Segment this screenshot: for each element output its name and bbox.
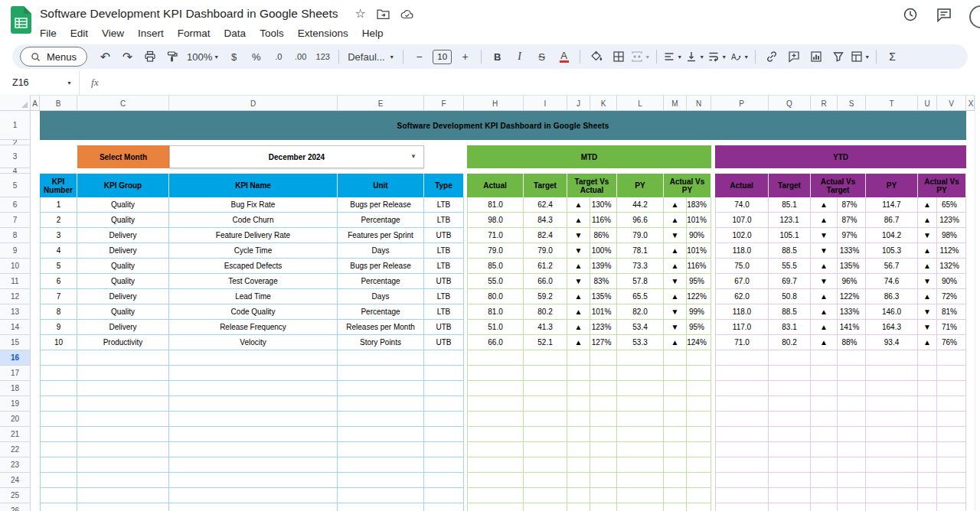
cell-C26[interactable]: [77, 503, 169, 511]
cell-R11[interactable]: ▼: [811, 274, 838, 289]
cell-T20[interactable]: [866, 412, 918, 427]
mtd-header-3[interactable]: PY: [617, 174, 664, 197]
cell-D10[interactable]: Escaped Defects: [169, 259, 338, 274]
cell-V14[interactable]: 71%: [937, 320, 966, 335]
cell-R12[interactable]: ▲: [811, 289, 838, 304]
menu-format[interactable]: Format: [171, 27, 217, 40]
cell-V12[interactable]: 72%: [937, 289, 966, 304]
cell-J23[interactable]: [567, 457, 590, 473]
cell-H15[interactable]: 66.0: [467, 335, 524, 350]
column-header-K[interactable]: K: [590, 96, 617, 111]
menu-help[interactable]: Help: [355, 27, 390, 40]
cell-S16[interactable]: [838, 350, 866, 366]
cell-U20[interactable]: [918, 412, 937, 427]
cell-K7[interactable]: 116%: [590, 213, 617, 228]
cell-D21[interactable]: [169, 427, 338, 442]
cell-Q6[interactable]: 85.1: [769, 197, 811, 213]
cell-P25[interactable]: [715, 488, 769, 503]
cell-C13[interactable]: Quality: [77, 304, 169, 320]
cell-V26[interactable]: [937, 503, 966, 511]
version-history-icon[interactable]: [902, 6, 919, 23]
cell-B18[interactable]: [40, 381, 77, 396]
cell-M25[interactable]: [664, 488, 687, 503]
cell-E18[interactable]: [338, 381, 424, 396]
cell-D25[interactable]: [169, 488, 338, 503]
cell-H26[interactable]: [467, 503, 524, 511]
cell-L18[interactable]: [617, 381, 664, 396]
cell-B24[interactable]: [40, 473, 77, 488]
cell-K12[interactable]: 135%: [590, 289, 617, 304]
cell-K19[interactable]: [590, 396, 617, 412]
cell-K17[interactable]: [590, 366, 617, 381]
cell-E11[interactable]: Percentage: [338, 274, 424, 289]
cell-T24[interactable]: [866, 473, 918, 488]
cell-F6[interactable]: LTB: [424, 197, 464, 213]
cell-Q23[interactable]: [769, 457, 811, 473]
cell-J9[interactable]: ▼: [567, 243, 590, 259]
cell-B7[interactable]: 2: [40, 213, 77, 228]
cell-F8[interactable]: UTB: [424, 228, 464, 243]
cell-F14[interactable]: UTB: [424, 320, 464, 335]
cell-H19[interactable]: [467, 396, 524, 412]
menu-tools[interactable]: Tools: [253, 27, 291, 40]
cell-N11[interactable]: 95%: [687, 274, 711, 289]
cell-L23[interactable]: [617, 457, 664, 473]
cell-J14[interactable]: ▲: [567, 320, 590, 335]
cell-M16[interactable]: [664, 350, 687, 366]
row-header-1[interactable]: 1: [0, 111, 30, 140]
cell-D14[interactable]: Release Frequency: [169, 320, 338, 335]
cell-V24[interactable]: [937, 473, 966, 488]
mtd-section-banner[interactable]: MTD: [467, 145, 711, 168]
cell-I16[interactable]: [524, 350, 567, 366]
cell-T6[interactable]: 114.7: [866, 197, 918, 213]
row-header-22[interactable]: 22: [0, 442, 30, 457]
column-header-H[interactable]: H: [467, 96, 524, 111]
menu-extensions[interactable]: Extensions: [291, 27, 355, 40]
cell-C9[interactable]: Delivery: [77, 243, 169, 259]
cell-L10[interactable]: 73.3: [617, 259, 664, 274]
cell-T9[interactable]: 105.3: [866, 243, 918, 259]
cell-R23[interactable]: [811, 457, 838, 473]
cell-J26[interactable]: [567, 503, 590, 511]
cell-B12[interactable]: 7: [40, 289, 77, 304]
cell-S12[interactable]: 122%: [838, 289, 866, 304]
cell-B13[interactable]: 8: [40, 304, 77, 320]
cell-R25[interactable]: [811, 488, 838, 503]
column-header-I[interactable]: I: [524, 96, 567, 111]
cell-D12[interactable]: Lead Time: [169, 289, 338, 304]
row-header-21[interactable]: 21: [0, 427, 30, 442]
row-header-4[interactable]: 4: [0, 168, 30, 174]
ytd-header-0[interactable]: Actual: [715, 174, 769, 197]
cell-I18[interactable]: [524, 381, 567, 396]
cell-H24[interactable]: [467, 473, 524, 488]
cell-L24[interactable]: [617, 473, 664, 488]
cell-N7[interactable]: 101%: [687, 213, 711, 228]
increase-decimals-button[interactable]: .00: [290, 47, 311, 67]
column-header-T[interactable]: T: [866, 96, 918, 111]
menu-file[interactable]: File: [33, 27, 64, 40]
row-header-19[interactable]: 19: [0, 396, 30, 412]
cell-Q22[interactable]: [769, 442, 811, 457]
cell-Q10[interactable]: 55.5: [769, 259, 811, 274]
cell-T18[interactable]: [866, 381, 918, 396]
cell-U13[interactable]: ▼: [918, 304, 937, 320]
cell-E15[interactable]: Story Points: [338, 335, 424, 350]
borders-button[interactable]: [608, 47, 629, 67]
cell-U18[interactable]: [918, 381, 937, 396]
cell-I22[interactable]: [524, 442, 567, 457]
cell-V17[interactable]: [937, 366, 966, 381]
cell-H20[interactable]: [467, 412, 524, 427]
cell-B25[interactable]: [40, 488, 77, 503]
cell-P10[interactable]: 75.0: [715, 259, 769, 274]
cell-F23[interactable]: [424, 457, 464, 473]
column-header-R[interactable]: R: [811, 96, 838, 111]
cell-T16[interactable]: [866, 350, 918, 366]
cell-J10[interactable]: ▲: [567, 259, 590, 274]
cell-U11[interactable]: ▼: [918, 274, 937, 289]
cell-B23[interactable]: [40, 457, 77, 473]
cell-M15[interactable]: ▲: [664, 335, 687, 350]
cell-U23[interactable]: [918, 457, 937, 473]
cell-N19[interactable]: [687, 396, 711, 412]
cell-F19[interactable]: [424, 396, 464, 412]
cell-K23[interactable]: [590, 457, 617, 473]
